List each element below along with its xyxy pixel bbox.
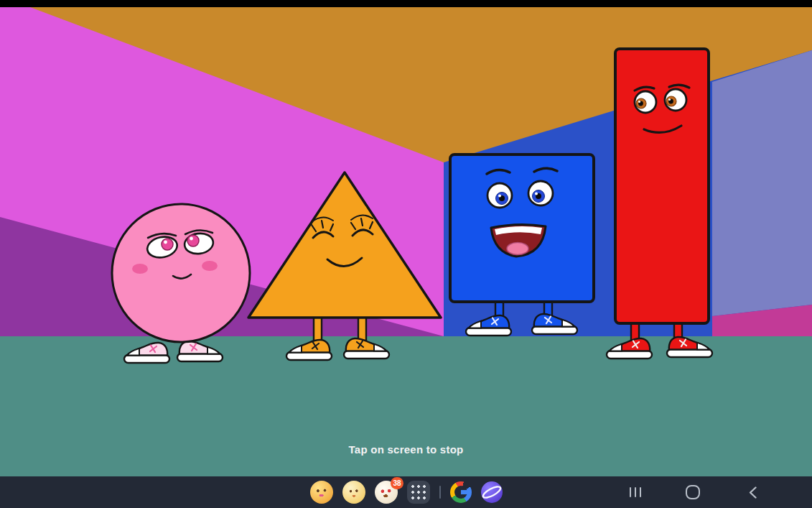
- recents-button[interactable]: [622, 476, 649, 508]
- grid-dots-icon: [410, 484, 427, 501]
- red-rectangle-character: [607, 49, 712, 359]
- back-chevron-icon: [749, 486, 757, 499]
- taskbar: 38: [0, 476, 812, 508]
- bg-periwinkle-panel: [712, 50, 812, 316]
- home-button[interactable]: [679, 476, 706, 508]
- scene-artwork: [0, 7, 812, 476]
- device-screen: Tap on screen to stop 38: [0, 0, 812, 508]
- dock-divider: [439, 486, 441, 499]
- sticker-emoji-icon-3[interactable]: 38: [375, 481, 398, 504]
- google-g-bar: [461, 490, 471, 494]
- back-button[interactable]: [739, 476, 766, 508]
- home-circle-icon: [686, 485, 700, 499]
- planet-ring-icon: [481, 481, 503, 503]
- tap-hint-text: Tap on screen to stop: [349, 443, 464, 456]
- sticker-emoji-icon-1[interactable]: [310, 481, 333, 504]
- video-surface[interactable]: [0, 7, 812, 476]
- sticker-emoji-icon-2[interactable]: [342, 481, 365, 504]
- google-search-icon[interactable]: [450, 481, 472, 503]
- app-drawer-icon[interactable]: [407, 481, 430, 504]
- taskbar-dock: 38: [310, 476, 503, 508]
- samsung-internet-icon[interactable]: [481, 481, 503, 503]
- notification-badge: 38: [391, 477, 403, 489]
